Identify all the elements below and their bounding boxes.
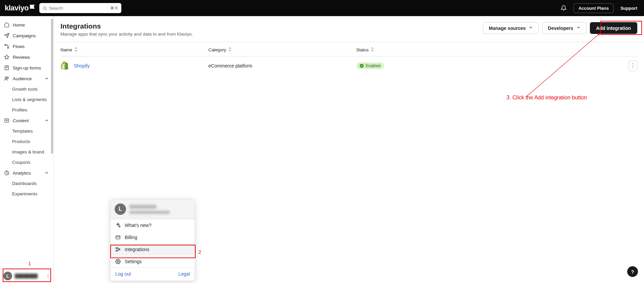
support-link[interactable]: Support	[618, 6, 639, 11]
check-circle-icon	[360, 64, 364, 68]
popup-item-integrations[interactable]: Integrations	[111, 243, 195, 255]
popup-footer: Log out Legal	[111, 268, 195, 281]
account-menu-popup: L What's new? Billing Integrations S	[110, 199, 195, 281]
account-plans-button[interactable]: Account Plans	[573, 3, 614, 13]
legal-link[interactable]: Legal	[178, 271, 190, 277]
sidebar-item-campaigns[interactable]: Campaigns	[0, 30, 53, 41]
sparkle-icon	[115, 223, 121, 228]
sidebar-scrollbar-thumb[interactable]	[51, 19, 53, 154]
status-badge: Enabled	[356, 62, 384, 69]
chevron-up-icon	[44, 76, 49, 81]
chevron-down-icon	[528, 25, 533, 31]
svg-point-18	[116, 250, 117, 251]
logo[interactable]: klaviyo	[5, 4, 35, 12]
column-header-category[interactable]: Category	[208, 47, 356, 53]
column-header-status[interactable]: Status	[356, 47, 624, 53]
search-shortcut: ⌘ K	[110, 6, 118, 10]
popup-item-label: Settings	[125, 259, 142, 264]
help-button[interactable]: ?	[627, 266, 638, 277]
add-integration-button[interactable]: Add integration	[590, 22, 637, 34]
sort-icon	[74, 47, 78, 53]
flow-icon	[4, 44, 9, 49]
home-icon	[4, 22, 9, 28]
sidebar-sub-lists-segments[interactable]: Lists & segments	[0, 94, 53, 105]
page-title: Integrations	[61, 22, 193, 30]
sidebar-item-label: Audience	[13, 76, 32, 81]
chevron-up-icon	[44, 170, 49, 176]
billing-icon	[115, 235, 121, 240]
chevron-up-icon	[44, 118, 49, 123]
sidebar-item-signup-forms[interactable]: Sign-up forms	[0, 62, 53, 73]
popup-item-settings[interactable]: Settings	[111, 255, 195, 268]
sidebar-scrollbar[interactable]	[51, 19, 53, 264]
sidebar-item-label: Campaigns	[13, 33, 36, 38]
sidebar-sub-images-brand[interactable]: Images & brand	[0, 147, 53, 157]
integrations-table: Name Category Status Sho	[54, 42, 644, 75]
search-input[interactable]	[49, 6, 110, 11]
search-icon	[43, 6, 47, 10]
sidebar: Home Campaigns Flows Reviews Sign-up for…	[0, 16, 54, 283]
log-out-link[interactable]: Log out	[115, 271, 131, 277]
popup-item-label: What's new?	[125, 223, 152, 228]
sidebar-item-flows[interactable]: Flows	[0, 41, 53, 52]
button-label: Manage sources	[489, 26, 526, 31]
avatar: L	[115, 203, 126, 215]
logo-flag-icon	[30, 5, 35, 9]
sidebar-sub-templates[interactable]: Templates	[0, 126, 53, 136]
sidebar-item-label: Analytics	[13, 171, 31, 176]
sidebar-sub-products[interactable]: Products	[0, 136, 53, 147]
sidebar-item-label: Sign-up forms	[13, 65, 41, 70]
main: Integrations Manage apps that sync your …	[54, 16, 644, 283]
users-icon	[4, 76, 9, 81]
column-label: Status	[356, 47, 369, 52]
column-header-name[interactable]: Name	[61, 47, 208, 53]
popup-item-whats-new[interactable]: What's new?	[111, 219, 195, 231]
search-box[interactable]: ⌘ K	[39, 3, 121, 13]
sidebar-item-analytics[interactable]: Analytics	[0, 168, 53, 178]
developers-button[interactable]: Developers	[542, 22, 586, 34]
svg-point-19	[117, 261, 119, 262]
sidebar-sub-growth-tools[interactable]: Growth tools	[0, 84, 53, 94]
sort-icon	[228, 47, 232, 53]
sidebar-sub-profiles[interactable]: Profiles	[0, 105, 53, 115]
sidebar-item-reviews[interactable]: Reviews	[0, 52, 53, 62]
bell-icon	[561, 5, 567, 11]
sidebar-account-button[interactable]: L ████████	[0, 269, 53, 283]
content-icon	[4, 118, 9, 123]
annotation-number-2: 2	[198, 249, 201, 255]
integrations-icon	[115, 247, 121, 252]
logo-text: klaviyo	[5, 4, 29, 12]
sidebar-item-label: Home	[13, 22, 25, 28]
popup-item-billing[interactable]: Billing	[111, 231, 195, 243]
svg-line-1	[46, 9, 46, 10]
account-name-redacted: ████████	[15, 274, 43, 278]
send-icon	[4, 33, 9, 38]
sidebar-item-content[interactable]: Content	[0, 115, 53, 126]
svg-point-2	[5, 44, 6, 46]
sidebar-sub-dashboards[interactable]: Dashboards	[0, 178, 53, 189]
popup-item-label: Billing	[125, 235, 137, 240]
manage-sources-button[interactable]: Manage sources	[483, 22, 539, 34]
svg-point-16	[116, 247, 117, 249]
analytics-icon	[4, 170, 9, 176]
svg-point-3	[7, 47, 9, 48]
sidebar-sub-coupons[interactable]: Coupons	[0, 157, 53, 168]
sidebar-sub-experiments[interactable]: Experiments	[0, 189, 53, 199]
popup-header: L	[111, 199, 195, 219]
row-actions-button[interactable]: ⋮	[629, 60, 637, 71]
table-row: Shopify eCommerce platform Enabled ⋮	[61, 56, 637, 75]
shopify-icon	[61, 61, 69, 70]
chevron-down-icon	[576, 25, 581, 31]
column-label: Category	[208, 47, 226, 52]
sort-icon	[371, 47, 374, 53]
star-icon	[4, 54, 9, 60]
annotation-text-3: 3. Click the Add integration button	[507, 95, 587, 101]
notifications-button[interactable]	[559, 3, 569, 13]
sidebar-item-audience[interactable]: Audience	[0, 73, 53, 84]
integration-name-link[interactable]: Shopify	[74, 63, 90, 68]
gear-icon	[115, 259, 121, 264]
sidebar-item-home[interactable]: Home	[0, 19, 53, 30]
popup-item-label: Integrations	[125, 247, 149, 252]
svg-marker-4	[4, 55, 9, 59]
svg-rect-14	[116, 236, 120, 239]
